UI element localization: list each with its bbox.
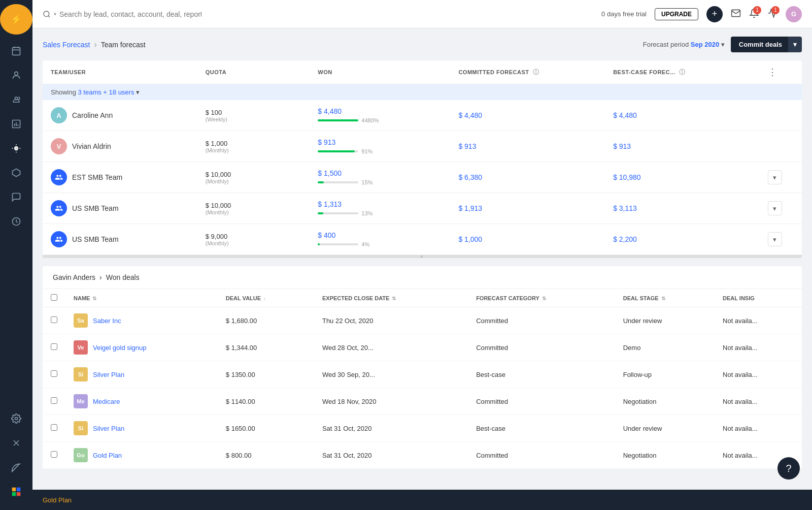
deal-row-0: Sa Saber Inc $ 1,680.00 Thu 22 Oct, 2020…	[43, 307, 802, 334]
deal-checkbox-0[interactable]	[51, 316, 57, 323]
svg-rect-20	[17, 488, 20, 491]
progress-fill-us-smb-1	[318, 212, 323, 214]
sidebar-bottom	[0, 406, 32, 510]
add-button[interactable]: +	[706, 6, 723, 22]
showing-link[interactable]: 3 teams + 18 users	[78, 88, 134, 96]
col-forecast-category: FORECAST CATEGORY ⇅	[468, 289, 615, 307]
sidebar-item-messages[interactable]	[0, 185, 32, 209]
resize-handle[interactable]: ≡	[43, 255, 802, 258]
table-more-button[interactable]: ⋮	[768, 67, 777, 78]
user-name-caroline: Caroline Ann	[72, 111, 113, 119]
forecast-period-value[interactable]: Sep 2020	[691, 41, 719, 48]
search-icon[interactable]	[43, 10, 51, 18]
avatar-caroline: A	[51, 107, 67, 123]
committed-est-smb: $ 6,380	[458, 173, 482, 181]
close-sort-icon[interactable]: ⇅	[392, 296, 396, 301]
deal-name-4[interactable]: Silver Plan	[93, 425, 124, 432]
user-name-us-smb-2: US SMB Team	[72, 235, 119, 243]
deal-name-cell-3: Me Medicare	[74, 394, 210, 408]
avatar-vivian: V	[51, 138, 67, 154]
deal-checkbox-1[interactable]	[51, 343, 57, 350]
deal-value-2: $ 1350.00	[218, 361, 314, 388]
help-button[interactable]: ?	[777, 457, 800, 480]
progress-bg-est-smb	[318, 181, 358, 183]
sidebar-item-contacts[interactable]	[0, 63, 32, 87]
name-sort-icon[interactable]: ⇅	[92, 296, 96, 301]
expand-est-smb[interactable]: ▾	[768, 170, 782, 184]
category-sort-icon[interactable]: ⇅	[542, 296, 546, 301]
deal-category-5: Committed	[468, 442, 615, 469]
app-logo[interactable]: ⚡	[0, 4, 32, 35]
bestcase-info-icon[interactable]: ⓘ	[679, 69, 686, 76]
search-dropdown-arrow[interactable]: ▾	[54, 11, 56, 17]
sidebar-item-leaf[interactable]	[0, 455, 32, 480]
commit-deals-button[interactable]: Commit deals	[731, 37, 790, 52]
user-avatar[interactable]: G	[786, 6, 802, 22]
select-all-checkbox[interactable]	[51, 294, 57, 301]
sidebar-item-phone[interactable]	[0, 431, 32, 455]
deal-checkbox-5[interactable]	[51, 451, 57, 458]
breadcrumb-parent[interactable]: Sales Forecast	[43, 41, 90, 49]
committed-us-smb-1: $ 1,913	[458, 204, 482, 212]
quota-period-us-smb-1: (Monthly)	[206, 209, 302, 215]
expand-us-smb-1[interactable]: ▾	[768, 201, 782, 215]
deal-checkbox-4[interactable]	[51, 424, 57, 431]
upgrade-button[interactable]: UPGRADE	[655, 8, 698, 20]
won-vivian: $ 913	[318, 138, 442, 146]
email-icon[interactable]	[731, 8, 741, 20]
forecast-table-container: TEAM/USER QUOTA WON COMMITTED FORECAST ⓘ…	[43, 60, 802, 258]
won-caroline: $ 4,480	[318, 107, 442, 115]
user-name-est-smb: EST SMB Team	[72, 173, 122, 181]
progress-pct-caroline: 4480%	[361, 117, 379, 123]
stage-sort-icon[interactable]: ⇅	[661, 296, 665, 301]
deal-name-0[interactable]: Saber Inc	[93, 317, 121, 325]
sidebar-item-reports[interactable]	[0, 112, 32, 136]
forecast-table: TEAM/USER QUOTA WON COMMITTED FORECAST ⓘ…	[43, 60, 802, 255]
deal-avatar-1: Ve	[74, 340, 88, 355]
sidebar-item-settings[interactable]	[0, 406, 32, 431]
committed-caroline: $ 4,480	[458, 111, 482, 119]
search-input[interactable]	[59, 10, 201, 18]
notification-icon[interactable]: 1	[749, 8, 759, 20]
sidebar-item-grid[interactable]	[0, 480, 32, 504]
main-area: ▾ 0 days free trial UPGRADE + 1 1 G Sale…	[32, 0, 812, 510]
deal-name-5[interactable]: Gold Plan	[93, 452, 122, 459]
progress-pct-est-smb: 15%	[361, 179, 373, 185]
deal-row-1: Ve Veigel gold signup $ 1,344.00 Wed 28 …	[43, 334, 802, 361]
breadcrumb-separator: ›	[94, 40, 96, 49]
forecast-row-us-smb-2: US SMB Team $ 9,000 (Monthly) $ 400	[43, 224, 802, 255]
commit-deals-dropdown[interactable]: ▾	[788, 37, 802, 52]
deal-checkbox-2[interactable]	[51, 370, 57, 377]
forecast-row-est-smb: EST SMB Team $ 10,000 (Monthly) $ 1,500	[43, 162, 802, 193]
progress-est-smb: 15%	[318, 179, 442, 185]
sidebar-item-analytics[interactable]	[0, 209, 32, 234]
deal-row-4: Si Silver Plan $ 1650.00 Sat 31 Oct, 202…	[43, 415, 802, 442]
sidebar-item-forecast[interactable]	[0, 136, 32, 161]
expand-us-smb-2[interactable]: ▾	[768, 232, 782, 246]
deal-name-2[interactable]: Silver Plan	[93, 371, 124, 378]
user-name-vivian: Vivian Aldrin	[72, 142, 111, 150]
showing-row: Showing 3 teams + 18 users ▾	[43, 84, 802, 101]
sidebar-item-leads[interactable]	[0, 87, 32, 112]
progress-bg-us-smb-1	[318, 212, 358, 214]
deal-checkbox-3[interactable]	[51, 397, 57, 404]
sidebar-item-products[interactable]	[0, 161, 32, 185]
showing-dropdown[interactable]: ▾	[136, 88, 140, 96]
col-actions: ⋮	[760, 60, 802, 84]
deal-value-0: $ 1,680.00	[218, 307, 314, 334]
activity-icon[interactable]: 1	[767, 8, 777, 20]
value-sort-icon[interactable]: ↓	[263, 296, 266, 301]
deal-name-3[interactable]: Medicare	[93, 398, 120, 405]
col-won: WON	[310, 60, 450, 84]
progress-fill-vivian	[318, 150, 355, 152]
svg-point-16	[15, 418, 18, 420]
bestcase-us-smb-1: $ 3,113	[613, 204, 637, 212]
page-content: Sales Forecast › Team forecast Forecast …	[32, 28, 812, 490]
bestcase-vivian: $ 913	[613, 142, 631, 150]
col-team-user: TEAM/USER	[43, 60, 197, 84]
svg-line-24	[48, 16, 50, 17]
committed-info-icon[interactable]: ⓘ	[533, 69, 539, 76]
sidebar-item-calendar[interactable]	[0, 39, 32, 63]
deal-name-1[interactable]: Veigel gold signup	[93, 344, 147, 352]
col-deal-stage: DEAL STAGE ⇅	[615, 289, 715, 307]
